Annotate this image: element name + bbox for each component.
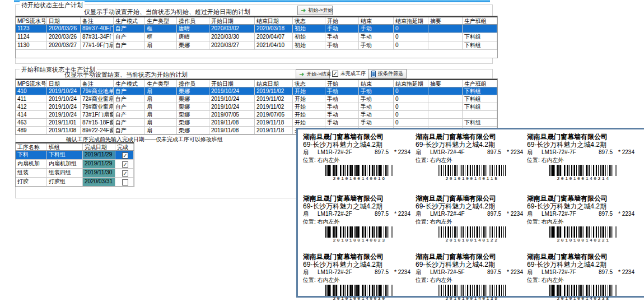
- table-row[interactable]: 组装组装四组2019/11/30✓: [16, 169, 134, 178]
- table-row-selected[interactable]: 11232020/03/2689#37-40F门框自产框唐晴2020/03/02…: [16, 25, 497, 33]
- cell: 87#31-34F门框: [81, 33, 114, 41]
- cell: 2019/10/24: [209, 95, 255, 103]
- cell: 自产: [114, 41, 145, 49]
- cell: 自产: [114, 119, 145, 126]
- column-header[interactable]: 班组: [47, 143, 83, 150]
- column-header[interactable]: 开始: [325, 17, 359, 24]
- label-model: LM1R-72#-7F: [542, 210, 599, 218]
- cell: 87#15-18F窗扇: [81, 119, 114, 126]
- init-to-start-button[interactable]: ➜ 初始->开始: [297, 6, 333, 15]
- cell: 手动: [325, 103, 359, 110]
- cell: 栗娜: [177, 103, 209, 110]
- table-row[interactable]: 4142019/10/2473#1F门扇窗扇自产扇栗娜2019/07/05201…: [16, 111, 497, 119]
- column-header[interactable]: 生产模式: [114, 80, 145, 87]
- column-header[interactable]: 日期: [47, 80, 81, 87]
- position-value: 右内左外: [318, 277, 340, 283]
- column-header[interactable]: 结束日期: [255, 17, 293, 24]
- column-header[interactable]: 备注: [81, 80, 114, 87]
- column-header[interactable]: 操作员: [177, 80, 209, 87]
- print-label: 湖南旦晟门窗幕墙有限公司 69-长沙万科魅力之城4.2期 扇LM1R-72#-4…: [416, 194, 523, 243]
- table-row[interactable]: 打胶打胶组2020/03/31: [16, 178, 134, 187]
- unfinished-process-checkbox-group[interactable]: ✓ 未完成工序: [332, 70, 366, 77]
- column-header[interactable]: 结束: [359, 80, 394, 87]
- cell: [428, 103, 463, 110]
- done-checkbox[interactable]: [122, 179, 128, 186]
- position-label: 位置:: [416, 219, 428, 225]
- label-position-row: 位置: 右内左外: [527, 156, 634, 164]
- table-row-selected[interactable]: 下料下料组2019/11/29✓: [16, 151, 134, 160]
- cell: [428, 33, 463, 41]
- cell: 栗娜: [177, 127, 209, 134]
- column-header[interactable]: 备注: [81, 17, 114, 24]
- column-header[interactable]: 结束拖延期: [394, 80, 428, 87]
- label-company: 湖南旦晟门窗幕墙有限公司: [416, 133, 523, 141]
- label-width: 897.5: [487, 268, 501, 276]
- label-project: 69-长沙万科魅力之城4.2期: [303, 261, 410, 268]
- label-project: 69-长沙万科魅力之城4.2期: [527, 141, 634, 149]
- column-header[interactable]: 生产类型: [145, 80, 177, 87]
- column-header[interactable]: 状态: [293, 17, 325, 24]
- column-header[interactable]: 开始: [325, 80, 359, 87]
- barcode-digits: 2010100140122: [438, 238, 506, 243]
- cell: 手动: [359, 103, 394, 110]
- column-header[interactable]: 结束: [359, 17, 394, 24]
- label-spec-row: 扇LM1R-72#-2F897.5* 2234: [303, 268, 410, 276]
- label-company: 湖南旦晟门窗幕墙有限公司: [527, 133, 634, 141]
- cell: 2019/11/18: [255, 127, 293, 134]
- print-label: 湖南旦晟门窗幕墙有限公司 69-长沙万科魅力之城4.2期 扇LM1R-72#-7…: [527, 194, 634, 243]
- done-checkbox[interactable]: ✓: [122, 152, 128, 159]
- cell: 下料组: [463, 33, 497, 41]
- start-to-end-button[interactable]: ➜ 开始->结束: [296, 69, 330, 79]
- table-row-selected[interactable]: 4102019/10/2479#商业地单…自产扇栗娜2019/10/242019…: [16, 87, 497, 95]
- label-company: 湖南旦晟门窗幕墙有限公司: [303, 253, 410, 261]
- cell: 内扇机加组: [47, 160, 83, 168]
- column-header[interactable]: 状态: [293, 80, 325, 87]
- label-project: 69-长沙万科魅力之城4.2期: [303, 202, 410, 210]
- table-row[interactable]: 4632019/11/0187#15-18F窗扇自产扇栗娜2019/11/082…: [16, 119, 497, 127]
- barcode: 2010100140023: [325, 226, 394, 243]
- table-row[interactable]: 内扇机加内扇机加组2019/11/29✓: [16, 160, 134, 169]
- filter-icon: [371, 71, 376, 77]
- column-header[interactable]: 生产班组: [463, 80, 497, 87]
- cell: 2019/11/02: [255, 87, 293, 95]
- print-label: 湖南旦晟门窗幕墙有限公司 69-长沙万科魅力之城4.2期 扇LM1R-72#-2…: [303, 133, 410, 181]
- table-row[interactable]: 4122019/10/2479#商业窗扇自产扇栗娜2019/10/242019/…: [16, 103, 497, 111]
- column-header[interactable]: 生产类型: [145, 17, 177, 24]
- cell: 2019/10/24: [47, 111, 81, 118]
- column-header[interactable]: MPS流水号: [16, 80, 47, 87]
- cell: 72#商业窗扇: [81, 95, 114, 103]
- cell: 1123: [16, 25, 47, 33]
- label-model: LM1R-72#-4F: [430, 149, 487, 156]
- cell: 0: [394, 111, 428, 118]
- column-header[interactable]: 开始日期: [209, 17, 255, 24]
- checkbox[interactable]: ✓: [332, 71, 338, 77]
- label-company: 湖南旦晟门窗幕墙有限公司: [416, 194, 523, 202]
- column-header[interactable]: 工序名称: [16, 143, 47, 150]
- column-header[interactable]: 完成: [115, 143, 134, 150]
- cell: 扇: [145, 111, 177, 118]
- table-row[interactable]: 11302020/03/2777#1-9F门扇自产扇栗娜2020/03/2720…: [16, 41, 497, 50]
- column-header[interactable]: 结束拖延期: [394, 17, 428, 24]
- column-header[interactable]: 开始日期: [209, 80, 255, 87]
- table-row[interactable]: 4112019/10/2472#商业窗扇自产扇栗娜2019/10/242019/…: [16, 95, 497, 103]
- column-header[interactable]: 生产班组: [463, 17, 497, 24]
- cell: 手动: [359, 87, 394, 95]
- column-header[interactable]: 完成日期: [83, 143, 115, 150]
- position-label: 位置:: [527, 219, 540, 225]
- column-header[interactable]: 结束日期: [255, 80, 293, 87]
- column-header[interactable]: 摘要: [428, 17, 463, 24]
- cell: 0: [394, 95, 428, 103]
- filter-button[interactable]: 按条件筛选: [368, 69, 407, 78]
- column-header[interactable]: MPS流水号: [16, 17, 47, 24]
- column-header[interactable]: 摘要: [428, 80, 463, 87]
- column-header[interactable]: 日期: [47, 17, 81, 24]
- column-header[interactable]: 操作员: [177, 17, 209, 24]
- done-checkbox[interactable]: ✓: [122, 161, 128, 168]
- cell: 手动: [325, 33, 359, 41]
- checkbox-cell: [115, 178, 134, 186]
- cell: 89#37-40F门框: [81, 25, 114, 33]
- done-checkbox[interactable]: ✓: [122, 170, 128, 177]
- column-header[interactable]: 生产模式: [114, 17, 145, 24]
- table-row[interactable]: 11242020/03/2687#31-34F门框自产框唐晴2020/03/30…: [16, 33, 497, 41]
- button-label: 按条件筛选: [378, 70, 403, 77]
